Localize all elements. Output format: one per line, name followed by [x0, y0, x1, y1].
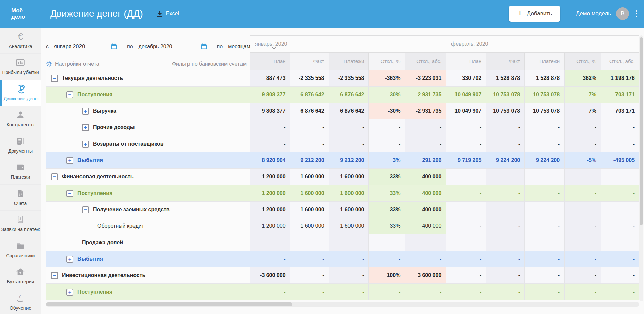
expand-icon[interactable]: +	[82, 124, 89, 131]
row-label-cell[interactable]: +Возвраты от поставщиков	[46, 136, 250, 152]
add-button-label: Добавить	[527, 10, 552, 17]
cash-flow-table: январь, 2020 февраль, 2020 ПланФактПлате…	[46, 35, 639, 300]
row-label: Оборотный кредит	[97, 223, 144, 229]
value-cell: -363%	[369, 70, 405, 87]
value-cell: -	[525, 267, 565, 284]
profit-loss-icon	[1, 57, 40, 68]
month-header-february: февраль, 2020	[446, 35, 639, 53]
row-label-cell[interactable]: +Прочие доходы	[46, 119, 250, 136]
value-cell: -	[405, 284, 446, 300]
sidebar: € Аналитика Прибыли убытки Движение дене…	[0, 28, 41, 314]
training-icon: ?	[1, 293, 40, 304]
row-label-cell[interactable]: −Поступления	[46, 87, 250, 103]
value-cell: -	[601, 119, 639, 136]
month-header-january: январь, 2020	[250, 35, 446, 53]
value-cell: -	[565, 119, 601, 136]
value-cell: -	[486, 251, 525, 267]
expand-icon[interactable]: +	[66, 289, 73, 296]
value-cell: -	[446, 234, 486, 251]
moe-delo-logo[interactable]: Моё дело	[11, 7, 36, 20]
avatar[interactable]: В	[616, 7, 629, 20]
excel-export-link[interactable]: Excel	[156, 10, 179, 17]
collapse-icon[interactable]: −	[66, 91, 73, 98]
sidebar-item-training[interactable]: ? Обучение	[0, 289, 41, 314]
row-label-cell[interactable]: +Выручка	[46, 103, 250, 119]
value-cell: 33%	[369, 169, 405, 185]
bank-accounts-filter-link[interactable]: Фильтр по банковским счетам	[172, 61, 247, 67]
value-cell: -	[446, 185, 486, 202]
sidebar-item-documents[interactable]: Документы	[0, 132, 41, 158]
value-cell: -	[405, 136, 446, 152]
sidebar-item-cash-flow[interactable]: Движение денег	[0, 80, 41, 106]
group-by-select[interactable]: месяцам	[227, 44, 278, 52]
sidebar-item-profit-loss[interactable]: Прибыли убытки	[0, 54, 41, 80]
value-cell: 10 753 078	[525, 87, 565, 103]
value-cell: 330 702	[446, 70, 486, 87]
expand-icon[interactable]: +	[66, 256, 73, 263]
value-cell: 7%	[565, 103, 601, 119]
calendar-icon[interactable]	[196, 43, 207, 50]
vertical-scrollbar[interactable]	[639, 35, 643, 301]
value-cell: -	[486, 218, 525, 234]
row-label-cell[interactable]: −Финансовая деятельность	[46, 169, 250, 185]
row-label-cell[interactable]: −Получение заемных средств	[46, 202, 250, 218]
sidebar-item-contractors[interactable]: Контрагенты	[0, 106, 41, 132]
vertical-scrollbar-thumb[interactable]	[640, 37, 643, 225]
row-label-cell[interactable]: Продажа долей	[46, 234, 250, 251]
value-cell: -	[601, 251, 639, 267]
row-label-cell[interactable]: +Выбытия	[46, 251, 250, 267]
collapse-icon[interactable]: −	[82, 206, 89, 213]
horizontal-scrollbar[interactable]	[46, 302, 639, 307]
expand-icon[interactable]: +	[82, 141, 89, 148]
svg-text:?: ?	[18, 294, 21, 299]
value-cell: 1 200 000	[250, 169, 290, 185]
payment-request-icon: $	[1, 214, 40, 225]
sidebar-item-analytics[interactable]: € Аналитика	[0, 28, 41, 54]
sidebar-item-payment-requests[interactable]: $ Заявки на платеж	[0, 211, 41, 237]
value-cell: -	[486, 234, 525, 251]
row-label-cell[interactable]: Оборотный кредит	[46, 218, 250, 234]
row-label-cell[interactable]: +Выбытия	[46, 152, 250, 169]
calendar-icon[interactable]	[106, 43, 117, 50]
row-label-cell[interactable]: −Текущая деятельность	[46, 70, 250, 87]
expand-icon[interactable]: +	[66, 157, 73, 164]
value-cell: -	[601, 267, 639, 284]
value-cell: -2 335 558	[290, 70, 329, 87]
sidebar-item-directories[interactable]: Справочники	[0, 237, 41, 263]
date-to-input[interactable]: декабрь 2020	[137, 43, 208, 52]
value-cell: -	[250, 284, 290, 300]
date-from-input[interactable]: января 2020	[53, 43, 118, 52]
collapse-icon[interactable]: −	[51, 272, 58, 279]
row-label-cell[interactable]: −Инвестиционная деятельность	[46, 267, 250, 284]
value-cell: 362%	[565, 70, 601, 87]
value-cell: -	[486, 185, 525, 202]
value-cell: -	[446, 218, 486, 234]
collapse-icon[interactable]: −	[66, 190, 73, 197]
sidebar-item-invoices[interactable]: Счета	[0, 185, 41, 211]
value-cell: 9 719 205	[446, 152, 486, 169]
row-label-cell[interactable]: −Поступления	[46, 185, 250, 202]
sidebar-item-accounting[interactable]: Бухгалтерия	[0, 263, 41, 289]
excel-label: Excel	[166, 11, 179, 17]
report-settings-link[interactable]: Настройки отчета	[46, 61, 99, 67]
chevron-down-icon	[267, 46, 276, 50]
value-cell: 703 171	[601, 87, 639, 103]
account-name[interactable]: Демо модель	[576, 10, 611, 17]
value-cell: -	[329, 136, 369, 152]
value-cell: -	[446, 136, 486, 152]
kebab-menu-icon[interactable]	[635, 9, 639, 18]
value-cell: -	[601, 284, 639, 300]
add-button[interactable]: + Добавить	[509, 6, 560, 22]
value-cell: -	[329, 251, 369, 267]
value-cell: -	[565, 202, 601, 218]
value-cell: -	[565, 169, 601, 185]
table-row: −Поступления1 200 0001 600 0001 600 0003…	[46, 185, 639, 202]
row-label-cell[interactable]: +Поступления	[46, 284, 250, 300]
value-cell: 1 200 000	[250, 185, 290, 202]
horizontal-scrollbar-thumb[interactable]	[46, 302, 292, 306]
expand-icon[interactable]: +	[82, 108, 89, 115]
collapse-icon[interactable]: −	[51, 173, 58, 180]
collapse-icon[interactable]: −	[51, 75, 58, 82]
sidebar-item-payments[interactable]: Платежи	[0, 158, 41, 185]
top-bar: Моё дело Движение денег (ДД) Excel + Доб…	[0, 0, 644, 28]
